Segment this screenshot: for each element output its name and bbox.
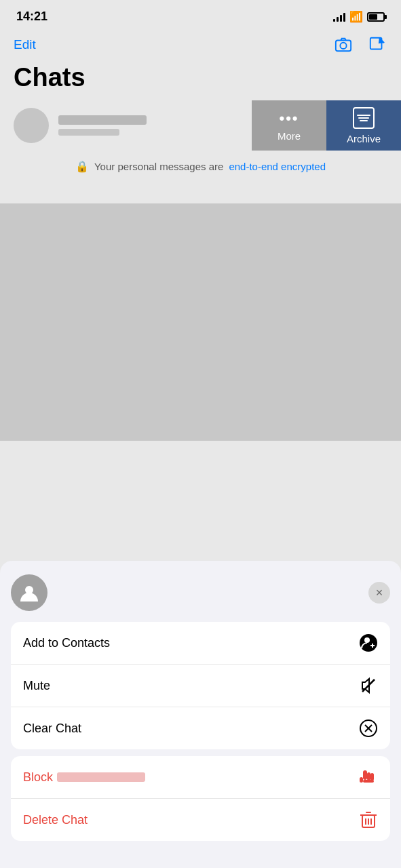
archive-icon — [353, 107, 375, 129]
more-label: More — [278, 130, 301, 142]
battery-icon — [367, 12, 385, 22]
archive-action[interactable]: Archive — [326, 100, 401, 151]
signal-icon — [333, 12, 345, 22]
block-name-blurred — [57, 772, 145, 782]
delete-chat-item[interactable]: Delete Chat — [11, 798, 390, 841]
enc-link[interactable]: end-to-end encrypted — [229, 161, 326, 172]
block-text: Block — [23, 770, 53, 785]
delete-chat-icon — [359, 810, 378, 829]
svg-rect-14 — [367, 772, 370, 781]
svg-point-5 — [364, 637, 370, 643]
mute-item[interactable]: Mute — [11, 664, 390, 707]
dimmed-overlay — [0, 203, 401, 441]
enc-static-text: Your personal messages are — [94, 161, 223, 172]
compose-button[interactable] — [367, 35, 387, 55]
chats-heading: Chats — [14, 63, 387, 92]
svg-rect-15 — [370, 773, 374, 781]
more-dots-icon: ••• — [279, 110, 299, 127]
danger-menu-card: Block Delete Chat — [11, 756, 390, 841]
chat-row[interactable]: 08.09.2023 ••• More Archive — [0, 100, 401, 151]
status-icons: 📶 — [333, 10, 385, 23]
mute-icon — [359, 676, 378, 695]
camera-button[interactable] — [333, 35, 354, 55]
bottom-sheet: × Add to Contacts — [0, 561, 401, 868]
chats-title-area: Chats — [0, 60, 401, 100]
chat-name-blurred — [58, 115, 147, 125]
clear-chat-icon — [359, 719, 378, 738]
svg-point-1 — [340, 43, 346, 49]
block-label-area: Block — [23, 770, 145, 785]
mute-label: Mute — [23, 679, 50, 693]
chat-preview-blurred — [58, 129, 119, 136]
contact-header: × — [11, 574, 390, 611]
status-time: 14:21 — [16, 9, 47, 24]
encryption-notice: 🔒 Your personal messages are end-to-end … — [0, 151, 401, 182]
swipe-actions: ••• More Archive — [252, 100, 401, 151]
close-button[interactable]: × — [368, 582, 390, 604]
edit-button[interactable]: Edit — [14, 37, 36, 52]
clear-chat-label: Clear Chat — [23, 722, 81, 736]
lock-icon: 🔒 — [75, 160, 89, 173]
add-to-contacts-label: Add to Contacts — [23, 636, 110, 650]
block-item[interactable]: Block — [11, 756, 390, 798]
svg-rect-16 — [363, 780, 374, 783]
svg-rect-13 — [363, 770, 367, 780]
delete-chat-label: Delete Chat — [23, 813, 88, 827]
add-to-contacts-item[interactable]: Add to Contacts — [11, 622, 390, 664]
wifi-icon: 📶 — [349, 10, 363, 23]
more-action[interactable]: ••• More — [252, 100, 326, 151]
archive-label: Archive — [347, 133, 381, 144]
contact-avatar — [11, 574, 47, 611]
nav-bar: Edit — [0, 29, 401, 60]
clear-chat-item[interactable]: Clear Chat — [11, 707, 390, 749]
svg-rect-17 — [360, 777, 363, 783]
main-menu-card: Add to Contacts Mute — [11, 622, 390, 749]
block-icon — [359, 768, 378, 787]
add-contact-icon — [359, 633, 378, 652]
chat-avatar — [14, 108, 49, 143]
status-bar: 14:21 📶 — [0, 0, 401, 29]
nav-icons — [333, 35, 387, 55]
